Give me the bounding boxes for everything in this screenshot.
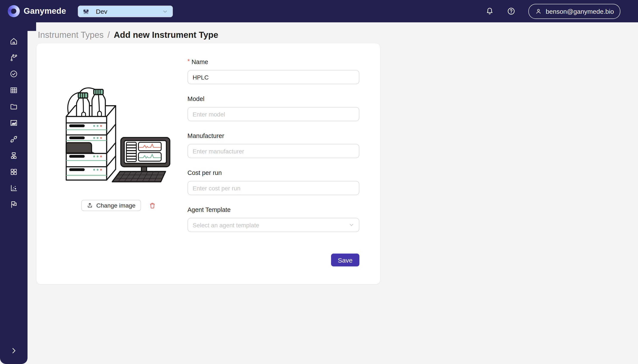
agent-template-select[interactable]: Select an agent template <box>187 218 359 232</box>
breadcrumb: Instrument Types / Add new Instrument Ty… <box>38 30 218 40</box>
branch-icon <box>10 53 18 62</box>
area-chart-icon <box>10 118 18 127</box>
name-input[interactable] <box>187 70 359 84</box>
page-title: Add new Instrument Type <box>114 30 218 40</box>
sidebar-item-pipelines[interactable] <box>0 50 28 66</box>
field-group-manufacturer: Manufacturer <box>187 131 359 158</box>
agent-template-placeholder: Select an agent template <box>193 222 259 228</box>
help-circle-icon <box>507 7 516 16</box>
bell-icon <box>486 7 494 16</box>
model-input[interactable] <box>187 107 359 121</box>
brand-name: Ganymede <box>24 6 66 16</box>
flag-icon <box>10 200 18 209</box>
name-label: * Name <box>187 57 359 66</box>
field-group-name: * Name <box>187 57 359 84</box>
form-footer: Save <box>187 254 359 266</box>
field-group-cost-per-run: Cost per run <box>187 168 359 195</box>
sidebar-collapse-toggle[interactable] <box>0 347 28 354</box>
agent-template-label: Agent Template <box>187 205 359 214</box>
user-email: benson@ganymede.bio <box>546 8 614 15</box>
home-icon <box>10 37 18 46</box>
breadcrumb-instrument-types[interactable]: Instrument Types <box>38 30 104 40</box>
ganymede-swirl-logo-icon <box>8 5 20 17</box>
chevron-down-icon <box>349 222 354 228</box>
cost-per-run-label: Cost per run <box>187 168 359 178</box>
top-bar: Ganymede Dev <box>0 0 638 22</box>
delete-image-button[interactable] <box>149 202 156 209</box>
breadcrumb-separator: / <box>108 30 110 40</box>
instrument-type-form: * Name Model Manufacturer <box>187 57 359 266</box>
instrument-illustration <box>64 86 172 186</box>
sidebar-nav <box>0 22 28 364</box>
field-group-model: Model <box>187 94 359 121</box>
sidebar-item-files[interactable] <box>0 98 28 115</box>
folder-icon <box>10 102 18 111</box>
sidebar-item-tables[interactable] <box>0 82 28 98</box>
field-group-agent-template: Agent Template Select an agent template <box>187 205 359 232</box>
environment-select[interactable]: Dev <box>78 6 173 17</box>
trash-icon <box>149 202 156 209</box>
sidebar-item-environments[interactable] <box>0 148 28 164</box>
sidebar-item-flags[interactable] <box>0 196 28 213</box>
scatter-chart-icon <box>10 184 18 192</box>
cost-per-run-input[interactable] <box>187 181 359 195</box>
sidebar-item-apps[interactable] <box>0 164 28 180</box>
save-button[interactable]: Save <box>331 254 359 266</box>
sidebar-item-analysis[interactable] <box>0 180 28 196</box>
add-instrument-type-card: Change image <box>37 44 380 284</box>
change-image-button[interactable]: Change image <box>81 200 141 211</box>
upload-icon <box>87 202 93 208</box>
image-actions: Change image <box>81 200 156 211</box>
table-icon <box>10 86 18 94</box>
hplc-illustration-svg <box>64 86 172 186</box>
plug-icon <box>10 135 18 144</box>
person-icon <box>535 8 542 15</box>
check-circle-icon <box>10 70 18 78</box>
header-actions: benson@ganymede.bio <box>486 0 620 22</box>
brand-logo[interactable]: Ganymede <box>0 5 66 17</box>
manufacturer-label: Manufacturer <box>187 131 359 140</box>
change-image-label: Change image <box>96 202 135 209</box>
manufacturer-input[interactable] <box>187 144 359 158</box>
notifications-button[interactable] <box>486 7 494 16</box>
environment-value: Dev <box>96 8 107 15</box>
model-label: Model <box>187 94 359 104</box>
main-content: Instrument Types / Add new Instrument Ty… <box>28 22 638 364</box>
sidebar-item-runs[interactable] <box>0 66 28 82</box>
chevron-down-icon <box>162 8 168 14</box>
sidebar-item-home[interactable] <box>0 33 28 50</box>
sidebar-item-connections[interactable] <box>0 131 28 148</box>
sidebar-item-dashboards[interactable] <box>0 115 28 131</box>
user-account-button[interactable]: benson@ganymede.bio <box>529 4 620 19</box>
sliders-icon <box>83 8 90 15</box>
required-mark: * <box>187 58 190 64</box>
app-root: Ganymede Dev <box>0 0 638 364</box>
chevron-right-icon <box>10 347 18 354</box>
help-button[interactable] <box>507 7 516 16</box>
sitemap-icon <box>10 151 18 160</box>
apps-grid-icon <box>10 168 18 176</box>
